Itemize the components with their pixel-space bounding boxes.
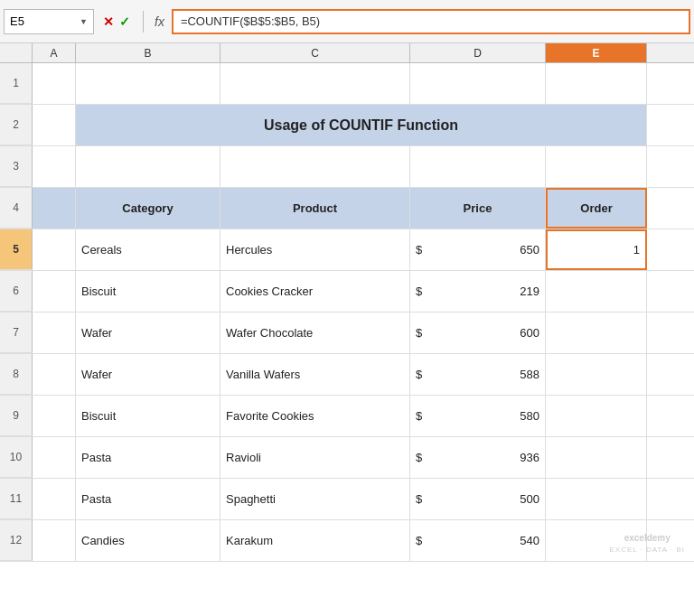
row-header-8[interactable]: 8 bbox=[0, 354, 33, 395]
cell-a7[interactable] bbox=[33, 313, 76, 353]
cell-a9[interactable] bbox=[33, 396, 76, 436]
cell-a3[interactable] bbox=[33, 146, 76, 187]
cell-c11[interactable]: Spaghetti bbox=[220, 479, 410, 519]
dollar-d5: $ bbox=[416, 243, 422, 257]
table-row: 7 Wafer Wafer Chocolate $ 600 bbox=[0, 313, 694, 354]
dollar-d7: $ bbox=[416, 326, 422, 340]
cell-b7-value: Wafer bbox=[81, 326, 112, 340]
cell-d1[interactable] bbox=[410, 63, 546, 104]
table-row: 5 Cereals Hercules $ 650 1 bbox=[0, 229, 694, 271]
table-row: 2 Usage of COUNTIF Function bbox=[0, 105, 694, 146]
cell-e1[interactable] bbox=[546, 63, 647, 104]
cell-a10[interactable] bbox=[33, 437, 76, 478]
cell-c8[interactable]: Vanilla Wafers bbox=[220, 354, 410, 395]
cell-d4[interactable]: Price bbox=[410, 188, 546, 229]
dollar-d11: $ bbox=[416, 492, 422, 506]
cell-c10[interactable]: Ravioli bbox=[220, 437, 410, 478]
col-header-a[interactable]: A bbox=[33, 43, 76, 62]
table-row: 9 Biscuit Favorite Cookies $ 580 bbox=[0, 396, 694, 437]
cell-e4[interactable]: Order bbox=[546, 188, 647, 229]
cell-d6[interactable]: $ 219 bbox=[410, 271, 546, 312]
cell-b5[interactable]: Cereals bbox=[76, 229, 220, 270]
cell-c6[interactable]: Cookies Cracker bbox=[220, 271, 410, 312]
row-header-2[interactable]: 2 bbox=[0, 105, 33, 145]
cell-d3[interactable] bbox=[410, 146, 546, 187]
cell-c4[interactable]: Product bbox=[220, 188, 410, 229]
cell-b1[interactable] bbox=[76, 63, 220, 104]
row-header-12[interactable]: 12 bbox=[0, 520, 33, 561]
formula-input[interactable]: =COUNTIF($B$5:$B5, B5) bbox=[172, 9, 690, 34]
cell-b8[interactable]: Wafer bbox=[76, 354, 220, 395]
cell-a4[interactable] bbox=[33, 188, 76, 229]
cancel-icon[interactable]: ✕ bbox=[103, 14, 114, 29]
cell-b9[interactable]: Biscuit bbox=[76, 396, 220, 436]
table-row: 10 Pasta Ravioli $ 936 bbox=[0, 437, 694, 479]
cell-a5[interactable] bbox=[33, 229, 76, 270]
dollar-d8: $ bbox=[416, 368, 422, 381]
cell-e9[interactable] bbox=[546, 396, 647, 436]
cell-e10[interactable] bbox=[546, 437, 647, 478]
cell-e3[interactable] bbox=[546, 146, 647, 187]
col-header-d[interactable]: D bbox=[410, 43, 546, 62]
cell-e8[interactable] bbox=[546, 354, 647, 395]
cell-d8[interactable]: $ 588 bbox=[410, 354, 546, 395]
function-icon[interactable]: fx bbox=[155, 14, 164, 29]
cell-d9-value: 580 bbox=[426, 409, 539, 423]
row-header-11[interactable]: 11 bbox=[0, 479, 33, 519]
cell-c3[interactable] bbox=[220, 146, 410, 187]
row-header-10[interactable]: 10 bbox=[0, 437, 33, 478]
cell-b4[interactable]: Category bbox=[76, 188, 220, 229]
cell-name-box[interactable]: E5 ▼ bbox=[4, 9, 94, 34]
table-row: 12 Candies Karakum $ 540 bbox=[0, 520, 694, 562]
column-header-row: A B C D E bbox=[0, 43, 694, 63]
row-header-7[interactable]: 7 bbox=[0, 313, 33, 353]
orange-arrow-indicator bbox=[623, 43, 635, 47]
cell-a6[interactable] bbox=[33, 271, 76, 312]
cell-d7[interactable]: $ 600 bbox=[410, 313, 546, 353]
watermark: exceldemy EXCEL · DATA · BI bbox=[609, 532, 685, 555]
cell-b12[interactable]: Candies bbox=[76, 520, 220, 561]
cell-e11[interactable] bbox=[546, 479, 647, 519]
cell-e5[interactable]: 1 bbox=[546, 229, 647, 270]
col-header-b[interactable]: B bbox=[76, 43, 220, 62]
cell-b8-value: Wafer bbox=[81, 368, 112, 381]
cell-a2[interactable] bbox=[33, 105, 76, 145]
cell-a8[interactable] bbox=[33, 354, 76, 395]
cell-c12[interactable]: Karakum bbox=[220, 520, 410, 561]
cell-a12[interactable] bbox=[33, 520, 76, 561]
cell-a11[interactable] bbox=[33, 479, 76, 519]
cell-a1[interactable] bbox=[33, 63, 76, 104]
row-header-9[interactable]: 9 bbox=[0, 396, 33, 436]
table-row: 1 bbox=[0, 63, 694, 105]
cell-e6[interactable] bbox=[546, 271, 647, 312]
cell-c1[interactable] bbox=[220, 63, 410, 104]
row-header-6[interactable]: 6 bbox=[0, 271, 33, 312]
title-cell[interactable]: Usage of COUNTIF Function bbox=[76, 105, 647, 145]
col-header-e[interactable]: E bbox=[546, 43, 647, 62]
cell-b11[interactable]: Pasta bbox=[76, 479, 220, 519]
cell-c7[interactable]: Wafer Chocolate bbox=[220, 313, 410, 353]
cell-d8-value: 588 bbox=[426, 368, 539, 381]
cell-d11[interactable]: $ 500 bbox=[410, 479, 546, 519]
cell-d10[interactable]: $ 936 bbox=[410, 437, 546, 478]
row-header-1[interactable]: 1 bbox=[0, 63, 33, 104]
row-header-5[interactable]: 5 bbox=[0, 229, 33, 270]
header-product: Product bbox=[293, 201, 337, 215]
row-header-3[interactable]: 3 bbox=[0, 146, 33, 187]
cell-c9-value: Favorite Cookies bbox=[226, 409, 314, 423]
cell-c5[interactable]: Hercules bbox=[220, 229, 410, 270]
col-header-c[interactable]: C bbox=[220, 43, 410, 62]
cell-c9[interactable]: Favorite Cookies bbox=[220, 396, 410, 436]
confirm-icon[interactable]: ✓ bbox=[119, 14, 130, 29]
cell-b7[interactable]: Wafer bbox=[76, 313, 220, 353]
cell-e7[interactable] bbox=[546, 313, 647, 353]
cell-d12[interactable]: $ 540 bbox=[410, 520, 546, 561]
cell-d5[interactable]: $ 650 bbox=[410, 229, 546, 270]
cell-b10[interactable]: Pasta bbox=[76, 437, 220, 478]
row-header-4[interactable]: 4 bbox=[0, 188, 33, 229]
cell-d9[interactable]: $ 580 bbox=[410, 396, 546, 436]
header-price: Price bbox=[464, 201, 492, 215]
cell-d11-value: 500 bbox=[426, 492, 539, 506]
cell-b3[interactable] bbox=[76, 146, 220, 187]
cell-b6[interactable]: Biscuit bbox=[76, 271, 220, 312]
